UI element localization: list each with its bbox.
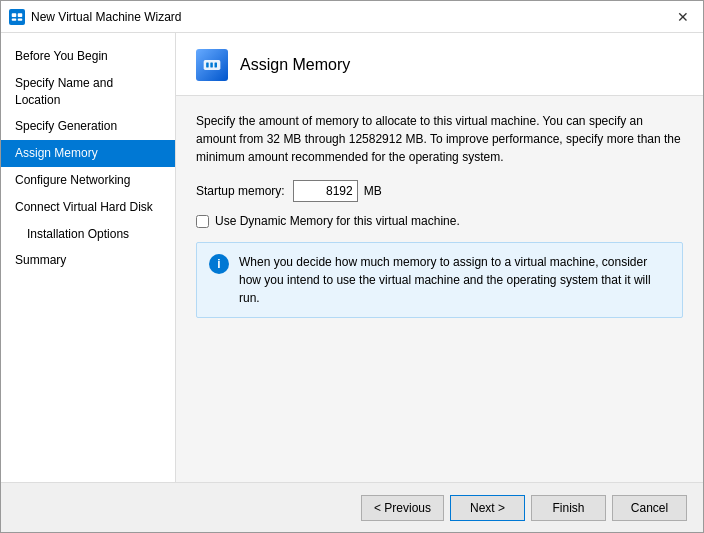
title-bar: New Virtual Machine Wizard ✕ bbox=[1, 1, 703, 33]
dynamic-memory-label[interactable]: Use Dynamic Memory for this virtual mach… bbox=[215, 214, 460, 228]
startup-memory-row: Startup memory: MB bbox=[196, 180, 683, 202]
svg-rect-3 bbox=[18, 18, 23, 20]
close-button[interactable]: ✕ bbox=[671, 7, 695, 27]
cancel-button[interactable]: Cancel bbox=[612, 495, 687, 521]
sidebar-item-before-you-begin[interactable]: Before You Begin bbox=[1, 43, 175, 70]
sidebar-item-configure-networking[interactable]: Configure Networking bbox=[1, 167, 175, 194]
content-area: Before You Begin Specify Name and Locati… bbox=[1, 33, 703, 482]
info-text: When you decide how much memory to assig… bbox=[239, 253, 670, 307]
panel-body: Specify the amount of memory to allocate… bbox=[176, 96, 703, 482]
startup-memory-input[interactable] bbox=[293, 180, 358, 202]
svg-rect-6 bbox=[210, 63, 213, 68]
svg-rect-7 bbox=[215, 63, 218, 68]
svg-rect-1 bbox=[18, 13, 23, 17]
svg-rect-2 bbox=[12, 18, 17, 20]
panel-header: Assign Memory bbox=[176, 33, 703, 96]
startup-memory-label: Startup memory: bbox=[196, 184, 285, 198]
panel-header-icon bbox=[196, 49, 228, 81]
wizard-window: New Virtual Machine Wizard ✕ Before You … bbox=[0, 0, 704, 533]
info-box: i When you decide how much memory to ass… bbox=[196, 242, 683, 318]
sidebar-item-specify-name[interactable]: Specify Name and Location bbox=[1, 70, 175, 114]
startup-memory-unit: MB bbox=[364, 184, 382, 198]
previous-button[interactable]: < Previous bbox=[361, 495, 444, 521]
sidebar-item-summary[interactable]: Summary bbox=[1, 247, 175, 274]
app-icon bbox=[9, 9, 25, 25]
sidebar: Before You Begin Specify Name and Locati… bbox=[1, 33, 176, 482]
info-icon: i bbox=[209, 254, 229, 274]
svg-rect-0 bbox=[12, 13, 17, 17]
main-panel: Assign Memory Specify the amount of memo… bbox=[176, 33, 703, 482]
sidebar-item-assign-memory[interactable]: Assign Memory bbox=[1, 140, 175, 167]
panel-header-title: Assign Memory bbox=[240, 56, 350, 74]
sidebar-item-installation-options[interactable]: Installation Options bbox=[1, 221, 175, 248]
title-bar-text: New Virtual Machine Wizard bbox=[31, 10, 671, 24]
sidebar-item-connect-vhd[interactable]: Connect Virtual Hard Disk bbox=[1, 194, 175, 221]
next-button[interactable]: Next > bbox=[450, 495, 525, 521]
dynamic-memory-row: Use Dynamic Memory for this virtual mach… bbox=[196, 214, 683, 228]
finish-button[interactable]: Finish bbox=[531, 495, 606, 521]
sidebar-item-specify-generation[interactable]: Specify Generation bbox=[1, 113, 175, 140]
description-text: Specify the amount of memory to allocate… bbox=[196, 112, 683, 166]
dynamic-memory-checkbox[interactable] bbox=[196, 215, 209, 228]
svg-rect-5 bbox=[206, 63, 209, 68]
footer: < Previous Next > Finish Cancel bbox=[1, 482, 703, 532]
